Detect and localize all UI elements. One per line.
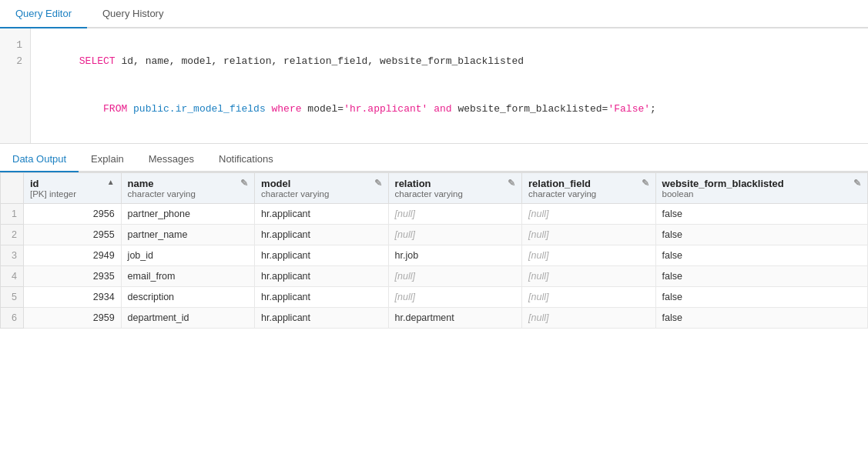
cell-id: 2959 <box>24 307 122 328</box>
cell-id: 2935 <box>24 265 122 286</box>
cell-relation: [null] <box>388 265 521 286</box>
cell-id: 2934 <box>24 286 122 307</box>
cell-relation-field: [null] <box>522 265 655 286</box>
th-relation-field[interactable]: relation_field character varying ✎ <box>522 172 655 203</box>
indent-spaces <box>79 103 103 115</box>
tab-explain[interactable]: Explain <box>79 147 136 172</box>
col-header-relation-field-name: relation_field <box>528 178 596 189</box>
table-row[interactable]: 12956partner_phonehr.applicant[null][nul… <box>1 203 868 224</box>
cell-website-form-blacklisted: false <box>655 245 867 265</box>
edit-icon-relation-field[interactable]: ✎ <box>642 178 649 189</box>
tab-query-history[interactable]: Query History <box>87 0 179 28</box>
cell-model: hr.applicant <box>255 203 388 224</box>
cell-relation: [null] <box>388 203 521 224</box>
edit-icon-name[interactable]: ✎ <box>240 178 248 189</box>
sql-editor[interactable]: 1 2 SELECT id, name, model, relation, re… <box>0 28 868 144</box>
cell-relation: [null] <box>388 224 521 245</box>
row-num-cell: 3 <box>1 245 24 265</box>
code-content[interactable]: SELECT id, name, model, relation, relati… <box>31 28 868 143</box>
tab-messages[interactable]: Messages <box>136 147 206 172</box>
schema-table: public.ir_model_fields <box>133 103 266 115</box>
tab-data-output[interactable]: Data Output <box>0 147 79 172</box>
cell-id: 2955 <box>24 224 122 245</box>
line-numbers: 1 2 <box>0 28 31 143</box>
data-table-wrapper: id [PK] integer ▲ name character varying… <box>0 172 868 329</box>
cell-relation-field: [null] <box>522 307 655 328</box>
code-text-1: id, name, model, relation, relation_fiel… <box>116 55 524 67</box>
cell-relation-field: [null] <box>522 203 655 224</box>
keyword-and: and <box>434 103 451 115</box>
table-row[interactable]: 52934descriptionhr.applicant[null][null]… <box>1 286 868 307</box>
cell-relation: hr.job <box>388 245 521 265</box>
code-line-2: FROM public.ir_model_fields where model=… <box>43 85 856 133</box>
table-row[interactable]: 32949job_idhr.applicanthr.job[null]false <box>1 245 868 265</box>
cell-relation-field: [null] <box>522 286 655 307</box>
col-header-id-name: id <box>30 178 76 189</box>
cell-model: hr.applicant <box>255 286 388 307</box>
cell-name: description <box>121 286 254 307</box>
cell-model: hr.applicant <box>255 224 388 245</box>
row-num-cell: 5 <box>1 286 24 307</box>
cell-relation: [null] <box>388 286 521 307</box>
cell-name: department_id <box>121 307 254 328</box>
row-num-cell: 1 <box>1 203 24 224</box>
code-semicolon: ; <box>650 103 656 115</box>
cell-relation-field: [null] <box>522 224 655 245</box>
sort-icon-id[interactable]: ▲ <box>107 178 115 186</box>
th-relation[interactable]: relation character varying ✎ <box>388 172 521 203</box>
edit-icon-model[interactable]: ✎ <box>374 178 382 189</box>
col-header-name-name: name <box>128 178 196 189</box>
string-value-1: 'hr.applicant' <box>344 103 427 115</box>
tab-query-editor[interactable]: Query Editor <box>0 0 87 28</box>
col-header-relation-name: relation <box>395 178 463 189</box>
cell-name: partner_name <box>121 224 254 245</box>
th-name[interactable]: name character varying ✎ <box>121 172 254 203</box>
col-header-relation-type: character varying <box>395 189 463 199</box>
code-text-3: website_form_blacklisted= <box>452 103 608 115</box>
col-header-model-name: model <box>261 178 329 189</box>
data-table: id [PK] integer ▲ name character varying… <box>0 172 868 329</box>
col-header-name-type: character varying <box>128 189 196 199</box>
top-tab-bar: Query Editor Query History <box>0 0 868 28</box>
cell-website-form-blacklisted: false <box>655 203 867 224</box>
code-text-2: model= <box>302 103 344 115</box>
cell-id: 2956 <box>24 203 122 224</box>
th-id[interactable]: id [PK] integer ▲ <box>24 172 122 203</box>
code-space-1 <box>127 103 133 115</box>
col-header-relation-field-type: character varying <box>528 189 596 199</box>
th-model[interactable]: model character varying ✎ <box>255 172 388 203</box>
th-website-form-blacklisted[interactable]: website_form_blacklisted boolean ✎ <box>655 172 867 203</box>
table-row[interactable]: 42935email_fromhr.applicant[null][null]f… <box>1 265 868 286</box>
cell-model: hr.applicant <box>255 307 388 328</box>
table-header-row: id [PK] integer ▲ name character varying… <box>1 172 868 203</box>
edit-icon-wfb[interactable]: ✎ <box>853 178 861 189</box>
row-num-cell: 2 <box>1 224 24 245</box>
code-line-1: SELECT id, name, model, relation, relati… <box>43 38 856 85</box>
line-number-2: 2 <box>8 54 22 70</box>
keyword-select: SELECT <box>79 55 116 67</box>
table-row[interactable]: 22955partner_namehr.applicant[null][null… <box>1 224 868 245</box>
th-row-num <box>1 172 24 203</box>
cell-name: partner_phone <box>121 203 254 224</box>
tab-notifications[interactable]: Notifications <box>206 147 286 172</box>
edit-icon-relation[interactable]: ✎ <box>508 178 515 189</box>
row-num-cell: 6 <box>1 307 24 328</box>
cell-website-form-blacklisted: false <box>655 224 867 245</box>
row-num-cell: 4 <box>1 265 24 286</box>
cell-id: 2949 <box>24 245 122 265</box>
cell-relation-field: [null] <box>522 245 655 265</box>
cell-model: hr.applicant <box>255 265 388 286</box>
code-space-2 <box>266 103 272 115</box>
line-number-1: 1 <box>8 38 22 54</box>
cell-relation: hr.department <box>388 307 521 328</box>
bottom-tab-bar: Data Output Explain Messages Notificatio… <box>0 147 868 172</box>
cell-name: email_from <box>121 265 254 286</box>
table-row[interactable]: 62959department_idhr.applicanthr.departm… <box>1 307 868 328</box>
col-header-id-type: [PK] integer <box>30 189 76 199</box>
col-header-wfb-type: boolean <box>662 189 784 199</box>
table-body: 12956partner_phonehr.applicant[null][nul… <box>1 203 868 328</box>
cell-website-form-blacklisted: false <box>655 265 867 286</box>
cell-website-form-blacklisted: false <box>655 286 867 307</box>
col-header-model-type: character varying <box>261 189 329 199</box>
col-header-wfb-name: website_form_blacklisted <box>662 178 784 189</box>
